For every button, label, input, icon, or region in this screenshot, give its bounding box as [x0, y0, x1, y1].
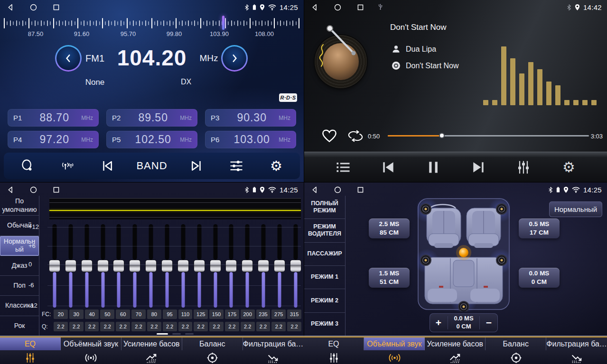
sound-mode-1[interactable]: РЕЖИМ ВОДИТЕЛЯ	[304, 219, 345, 242]
fc-value-box[interactable]: 175	[225, 309, 239, 319]
previous-track-icon[interactable]	[377, 156, 399, 178]
eq-band-slider-14[interactable]	[273, 224, 286, 308]
q-value-box[interactable]: 2.2	[131, 322, 146, 331]
q-value-box[interactable]: 2.2	[209, 322, 224, 331]
recents-icon[interactable]	[51, 2, 61, 12]
q-value-box[interactable]: 2.2	[178, 322, 193, 331]
slider-handle[interactable]	[65, 260, 76, 272]
fc-value-box[interactable]: 110	[178, 309, 193, 319]
eq-band-slider-7[interactable]	[161, 224, 173, 308]
fc-value-box[interactable]: 150	[209, 309, 224, 319]
eq-band-slider-12[interactable]	[241, 224, 253, 308]
equalizer-settings-icon[interactable]	[226, 155, 247, 176]
slider-handle[interactable]	[129, 260, 140, 272]
slider-handle[interactable]	[194, 260, 205, 272]
tab-left-0[interactable]: EQ	[0, 337, 61, 364]
q-value-box[interactable]: 2.2	[100, 322, 114, 331]
slider-handle[interactable]	[161, 260, 173, 272]
eq-band-slider-4[interactable]	[112, 224, 125, 308]
tab-right-3[interactable]: Баланс	[486, 337, 546, 364]
q-value-box[interactable]: 2.2	[256, 322, 271, 331]
previous-station-icon[interactable]	[97, 155, 118, 176]
eq-band-slider-15[interactable]	[289, 224, 302, 308]
rear-right-delay-button[interactable]: 0.0 MS 0 CM	[519, 268, 560, 288]
fc-value-box[interactable]: 60	[116, 309, 130, 319]
q-value-box[interactable]: 2.2	[194, 322, 208, 331]
eq-band-slider-13[interactable]	[257, 224, 270, 308]
fc-value-box[interactable]: 235	[256, 309, 271, 319]
tuner-scale[interactable]	[4, 17, 300, 29]
page-dot[interactable]	[185, 333, 194, 335]
tab-left-3[interactable]: Баланс	[182, 337, 243, 364]
home-icon[interactable]	[28, 2, 38, 12]
tab-right-0[interactable]: EQ	[304, 337, 364, 364]
home-icon[interactable]	[333, 185, 342, 194]
favorite-heart-icon[interactable]	[321, 129, 337, 143]
eq-band-slider-0[interactable]	[48, 224, 61, 308]
radio-preset-P6[interactable]: P6103.00MHz	[205, 131, 296, 148]
home-icon[interactable]	[333, 2, 342, 12]
eq-band-slider-1[interactable]	[65, 224, 77, 308]
q-value-box[interactable]: 2.2	[271, 322, 286, 331]
fc-value-box[interactable]: 80	[147, 309, 161, 319]
rear-left-delay-button[interactable]: 1.5 MS 51 CM	[369, 268, 410, 288]
slider-handle[interactable]	[274, 260, 285, 272]
recents-icon[interactable]	[355, 185, 365, 194]
tab-left-2[interactable]: Усиление басов	[121, 337, 182, 364]
q-value-box[interactable]: 2.2	[287, 322, 301, 331]
tune-up-button[interactable]	[221, 45, 248, 72]
home-icon[interactable]	[28, 185, 38, 194]
fc-value-box[interactable]: 125	[194, 309, 208, 319]
delay-decrease-button[interactable]: −	[480, 317, 498, 328]
fc-value-box[interactable]: 50	[100, 309, 114, 319]
progress-bar[interactable]	[388, 135, 589, 136]
recents-icon[interactable]	[355, 2, 365, 12]
fc-value-box[interactable]: 200	[241, 309, 255, 319]
tab-left-4[interactable]: Фильтрация ба…	[243, 337, 304, 364]
slider-handle[interactable]	[145, 260, 157, 272]
q-value-box[interactable]: 2.2	[85, 322, 99, 331]
slider-handle[interactable]	[81, 260, 93, 272]
q-value-box[interactable]: 2.2	[69, 322, 84, 331]
q-value-box[interactable]: 2.2	[147, 322, 161, 331]
slider-handle[interactable]	[177, 260, 189, 272]
sound-mode-0[interactable]: ПОЛНЫЙ РЕЖИМ	[304, 196, 345, 219]
fc-value-box[interactable]: 315	[287, 309, 301, 319]
sound-mode-3[interactable]: РЕЖИМ 1	[304, 266, 345, 289]
pause-icon[interactable]	[422, 156, 444, 178]
slider-handle[interactable]	[242, 260, 253, 272]
q-value-box[interactable]: 2.2	[241, 322, 255, 331]
slider-handle[interactable]	[97, 260, 109, 272]
radio-preset-P1[interactable]: P188.70MHz	[8, 109, 99, 127]
back-icon[interactable]	[6, 2, 15, 12]
radio-preset-P3[interactable]: P390.30MHz	[205, 109, 296, 127]
eq-preset-0[interactable]: По умолчанию	[0, 196, 39, 216]
radio-preset-P4[interactable]: P497.20MHz	[8, 131, 99, 148]
slider-handle[interactable]	[225, 260, 237, 272]
tab-right-1[interactable]: Объёмный звук	[364, 337, 425, 364]
sound-preset-button[interactable]: Нормальный	[549, 201, 602, 217]
fc-value-box[interactable]: 20	[54, 309, 68, 319]
q-value-box[interactable]: 2.2	[116, 322, 130, 331]
radio-preset-P5[interactable]: P5102.50MHz	[106, 131, 197, 148]
slider-handle[interactable]	[49, 260, 60, 272]
fc-value-box[interactable]: 40	[85, 309, 99, 319]
front-right-delay-button[interactable]: 0.5 MS 17 CM	[519, 218, 560, 238]
sound-mode-4[interactable]: РЕЖИМ 2	[304, 289, 345, 312]
delay-increase-button[interactable]: +	[430, 317, 448, 328]
slider-handle[interactable]	[210, 260, 221, 272]
fc-value-box[interactable]: 70	[131, 309, 146, 319]
eq-band-slider-6[interactable]	[145, 224, 157, 308]
back-icon[interactable]	[310, 185, 319, 194]
eq-band-slider-11[interactable]	[225, 224, 237, 308]
eq-band-slider-3[interactable]	[97, 224, 109, 308]
q-value-box[interactable]: 2.2	[163, 322, 177, 331]
band-button[interactable]: BAND	[136, 155, 167, 176]
sound-mode-2[interactable]: ПАССАЖИР	[304, 243, 345, 266]
next-track-icon[interactable]	[467, 156, 489, 178]
tab-left-1[interactable]: Объёмный звук	[61, 337, 121, 364]
eq-band-slider-8[interactable]	[177, 224, 189, 308]
front-left-delay-button[interactable]: 2.5 MS 85 CM	[369, 218, 410, 238]
eq-band-slider-9[interactable]	[193, 224, 205, 308]
q-value-box[interactable]: 2.2	[54, 322, 68, 331]
